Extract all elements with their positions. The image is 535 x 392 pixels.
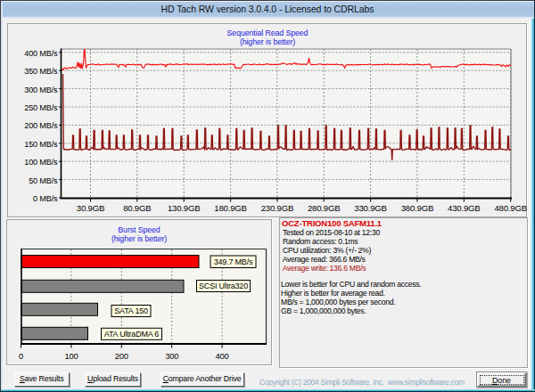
svg-text:200: 200 [115, 351, 128, 361]
svg-text:100 MB/s: 100 MB/s [24, 158, 58, 167]
svg-text:349.7 MB/s: 349.7 MB/s [214, 257, 253, 266]
svg-text:400 MB/s: 400 MB/s [24, 49, 58, 58]
svg-text:480.9GB: 480.9GB [494, 203, 526, 213]
svg-text:230.9GB: 230.9GB [261, 203, 293, 213]
svg-text:200 MB/s: 200 MB/s [24, 121, 58, 130]
svg-text:180.9GB: 180.9GB [214, 203, 246, 213]
svg-text:250 MB/s: 250 MB/s [24, 103, 58, 112]
svg-text:300 MB/s: 300 MB/s [24, 86, 58, 94]
svg-text:80.9GB: 80.9GB [123, 203, 151, 213]
svg-text:300: 300 [165, 351, 178, 361]
svg-text:0 MB/s: 0 MB/s [33, 194, 58, 203]
svg-text:400: 400 [216, 351, 229, 361]
svg-text:50 MB/s: 50 MB/s [29, 176, 58, 185]
svg-text:SATA 150: SATA 150 [114, 306, 148, 315]
svg-text:ATA UltraDMA 6: ATA UltraDMA 6 [104, 330, 160, 339]
svg-text:350 MB/s: 350 MB/s [24, 67, 58, 76]
svg-text:130.9GB: 130.9GB [168, 203, 200, 213]
svg-text:0: 0 [19, 351, 23, 361]
svg-text:100: 100 [64, 351, 78, 361]
svg-text:150 MB/s: 150 MB/s [24, 140, 58, 149]
svg-text:430.9GB: 430.9GB [448, 203, 480, 213]
svg-text:30.9GB: 30.9GB [77, 203, 104, 213]
svg-text:330.9GB: 330.9GB [354, 203, 386, 213]
svg-text:SCSI Ultra320: SCSI Ultra320 [199, 282, 248, 290]
svg-text:380.9GB: 380.9GB [401, 203, 433, 213]
svg-text:280.9GB: 280.9GB [308, 203, 340, 213]
